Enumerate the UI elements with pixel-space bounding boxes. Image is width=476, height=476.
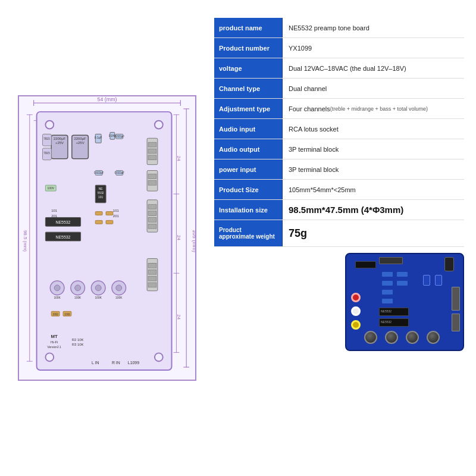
svg-rect-83	[148, 276, 156, 281]
spec-row-voltage: voltage Dual 12VAC–18VAC (the dual 12V–1…	[214, 58, 464, 79]
svg-text:100K: 100K	[115, 296, 123, 299]
svg-text:101: 101	[51, 209, 57, 212]
spec-value-power-input: 3P terminal block	[283, 159, 464, 179]
svg-text:10Ω: 10Ω	[64, 313, 70, 316]
svg-rect-58	[106, 212, 113, 215]
svg-rect-48	[148, 155, 156, 160]
spec-label-power-input: power input	[214, 159, 283, 179]
spec-label-voltage: voltage	[214, 58, 283, 78]
spec-row-channel: Channel type Dual channel	[214, 79, 464, 99]
svg-text:+25V: +25V	[76, 141, 84, 145]
svg-rect-59	[95, 220, 102, 224]
svg-text:7915: 7915	[43, 152, 50, 155]
spec-label-audio-input: Audio input	[214, 119, 283, 139]
right-panel: product name NE5532 preamp tone board Pr…	[214, 12, 464, 464]
svg-text:100V: 100V	[48, 187, 55, 190]
svg-text:54 (mm): 54 (mm)	[97, 96, 117, 102]
svg-text:NE5532: NE5532	[56, 220, 71, 224]
svg-text:24: 24	[176, 314, 181, 320]
svg-text:98.5 (mm): 98.5 (mm)	[23, 230, 28, 252]
svg-text:101: 101	[98, 196, 103, 199]
svg-text:24: 24	[176, 235, 181, 240]
svg-rect-82	[148, 270, 156, 274]
svg-point-27	[155, 121, 163, 129]
svg-text:100K: 100K	[74, 296, 82, 299]
svg-point-68	[54, 285, 60, 291]
bottom-photo-area: NE5532 NE5532	[214, 253, 464, 351]
left-panel: 54 (mm) 105 (mm) 24 24 24	[12, 12, 202, 464]
spec-row-product-name: product name NE5532 preamp tone board	[214, 18, 464, 38]
svg-text:L IN: L IN	[92, 361, 99, 365]
spec-label-audio-output: Audio output	[214, 139, 283, 159]
svg-rect-65	[148, 217, 156, 222]
spec-label-product-size: Product Size	[214, 180, 283, 199]
specs-table: product name NE5532 preamp tone board Pr…	[214, 18, 464, 247]
svg-text:201: 201	[51, 214, 57, 218]
svg-rect-66	[148, 224, 156, 228]
svg-text:2200μF: 2200μF	[54, 137, 66, 140]
spec-value-audio-output: 3P terminal block	[283, 139, 464, 159]
spec-value-channel: Dual channel	[283, 79, 464, 98]
spec-row-product-number: Product number YX1099	[214, 38, 464, 58]
svg-point-72	[95, 285, 101, 291]
svg-rect-47	[148, 149, 156, 154]
svg-text:0.022μF: 0.022μF	[115, 171, 125, 174]
spec-row-weight: Product approximate weight 75g	[214, 220, 464, 247]
schematic-drawing: 54 (mm) 105 (mm) 24 24 24	[18, 95, 196, 381]
svg-text:0.022μF: 0.022μF	[115, 135, 125, 138]
svg-text:24: 24	[176, 156, 181, 161]
spec-value-product-number: YX1099	[283, 38, 464, 58]
svg-text:101: 101	[113, 209, 119, 212]
spec-row-audio-output: Audio output 3P terminal block	[214, 139, 464, 159]
svg-text:5532: 5532	[98, 192, 104, 195]
svg-text:NE: NE	[99, 187, 104, 190]
svg-rect-52	[148, 180, 156, 185]
svg-rect-84	[148, 283, 156, 287]
main-container: 54 (mm) 105 (mm) 24 24 24	[0, 0, 476, 476]
svg-point-29	[155, 353, 163, 361]
spec-label-weight: Product approximate weight	[214, 220, 283, 246]
svg-text:+25V: +25V	[55, 141, 64, 145]
spec-label-adjustment: Adjustment type	[214, 99, 283, 118]
spec-value-product-size: 105mm*54mm*<25mm	[283, 180, 464, 199]
spec-label-product-number: Product number	[214, 38, 283, 58]
spec-value-voltage: Dual 12VAC–18VAC (the dual 12V–18V)	[283, 58, 464, 78]
spec-value-weight: 75g	[283, 220, 464, 246]
svg-text:R2 10K: R2 10K	[72, 338, 84, 342]
spec-label-channel: Channel type	[214, 79, 283, 98]
spec-value-adjustment: Four channels (treble + midrange + bass …	[283, 99, 464, 118]
svg-rect-51	[148, 174, 156, 178]
svg-text:NE5532: NE5532	[56, 235, 71, 239]
svg-text:201: 201	[113, 214, 119, 218]
svg-rect-64	[148, 211, 156, 216]
svg-text:Hi-Fi: Hi-Fi	[51, 340, 58, 344]
svg-text:0.1μF: 0.1μF	[95, 136, 102, 139]
spec-row-product-size: Product Size 105mm*54mm*<25mm	[214, 180, 464, 200]
svg-text:R3 10K: R3 10K	[72, 343, 84, 346]
schematic-svg: 54 (mm) 105 (mm) 24 24 24	[19, 92, 195, 384]
spec-label-product-name: product name	[214, 18, 283, 37]
svg-rect-60	[106, 220, 113, 224]
svg-text:7815: 7815	[43, 137, 50, 140]
spec-row-power-input: power input 3P terminal block	[214, 159, 464, 180]
svg-text:100K: 100K	[54, 296, 61, 299]
spec-label-installation-size: Installation size	[214, 200, 283, 220]
svg-point-74	[116, 285, 122, 291]
svg-point-70	[75, 285, 81, 291]
spec-value-audio-input: RCA lotus socket	[283, 119, 464, 139]
svg-text:0.022μF: 0.022μF	[94, 171, 104, 174]
spec-row-installation-size: Installation size 98.5mm*47.5mm (4*Φ3mm)	[214, 200, 464, 220]
svg-rect-63	[148, 205, 156, 209]
svg-text:105 (mm): 105 (mm)	[192, 230, 195, 252]
svg-text:Version2.1: Version2.1	[48, 346, 62, 349]
spec-row-audio-input: Audio input RCA lotus socket	[214, 119, 464, 139]
svg-text:10Ω: 10Ω	[53, 313, 58, 316]
svg-rect-46	[148, 142, 156, 147]
spec-value-product-name: NE5532 preamp tone board	[283, 18, 464, 37]
svg-rect-57	[95, 212, 102, 215]
svg-text:L1099: L1099	[128, 361, 139, 365]
svg-text:100K: 100K	[95, 296, 102, 299]
svg-point-28	[45, 353, 54, 361]
pcb-photo: NE5532 NE5532	[345, 253, 464, 351]
spec-row-adjustment: Adjustment type Four channels (treble + …	[214, 99, 464, 119]
